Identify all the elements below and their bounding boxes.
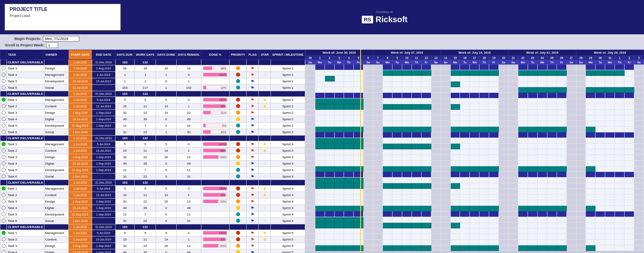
task-row: Task 6 Social 22-Jul-2019 163 117 1 162 … <box>0 85 305 91</box>
workdays-col-header: WORK DAYS <box>135 50 156 60</box>
duration-col-header: DAYS DUR. <box>115 50 135 60</box>
section-header-row: CLIENT DELIVERABLE 1-Jul-2019 31-Dec-201… <box>0 224 305 230</box>
scroll-input[interactable] <box>46 42 58 48</box>
task-row: Task 1 Management 1-Jul-2019 5-Jul-2019 … <box>0 186 305 192</box>
task-row: Task 2 Content 1-Jul-2019 15-Jul-2019 15… <box>0 103 305 110</box>
task-row: Task 4 Digital 15-Jul-2019 1-Sep-2019 49… <box>0 116 305 123</box>
section-header-row: CLIENT DELIVERABLE 1-Jul-2019 31-Dec-201… <box>0 180 305 186</box>
task-row: Task 5 Development 22-Aug-2019 1-Sep-201… <box>0 123 305 129</box>
start-col-header: START DATE <box>68 50 92 60</box>
section-header-row: CLIENT DELIVERABLE 1-Jul-2019 31-Dec-201… <box>0 136 305 141</box>
courtesy-label: Courtesy of: <box>376 10 393 14</box>
task-row: Task 1 Management 1-Jul-2019 5-Jul-2019 … <box>0 97 305 103</box>
task-row: Task 6 Social 1-Dec-2019 31 22 0 31 ⚑ ☆ … <box>0 218 305 224</box>
task-row: Task 4 Digital 15-Jul-2019 1-Sep-2019 49… <box>0 249 305 253</box>
section-header-row: CLIENT DELIVERABLE 1-Jul-2019 31-Dec-201… <box>0 91 305 97</box>
begin-projects-input[interactable] <box>43 36 79 42</box>
brand-name: Ricksoft <box>376 15 408 24</box>
pct-col-header: DONE % <box>201 50 229 60</box>
rs-logo-box: RS <box>362 16 373 23</box>
sprint-col-header: SPRINT / MILESTONE <box>271 50 305 60</box>
begin-projects-label: Begin Projects: <box>5 37 41 41</box>
task-row: Task 3 Design 1-Aug-2019 1-Sep-2019 32 2… <box>0 154 305 161</box>
star-col-header: STAR <box>259 50 271 60</box>
project-title: PROJECT TITLE <box>10 6 116 12</box>
project-lead: Project Lead <box>10 14 116 18</box>
task-row: Task 4 Digital 15-Jul-2019 1-Sep-2019 49… <box>0 205 305 211</box>
app-container: PROJECT TITLE Project Lead Courtesy of: … <box>0 0 644 253</box>
end-col-header: END DATE <box>92 50 115 60</box>
task-row: Task 6 Social 1-Dec-2019 31 22 1 30 30% … <box>0 129 305 136</box>
task-row: Task 3 Design 1-Aug-2019 1-Sep-2019 32 2… <box>0 199 305 205</box>
priority-col-header: PRIORITY <box>229 50 246 60</box>
scroll-label: Scroll to Project Week: <box>5 43 44 47</box>
task-row: Task 1 Management 1-Jul-2019 5-Jul-2019 … <box>0 230 305 236</box>
done-col-header: DAYS DONE <box>156 50 177 60</box>
task-row: Task 4 Management 2-Jul-2019 2-Jul-2019 … <box>0 72 305 78</box>
column-header-row: TASK OWNER START DATE END DATE DAYS DUR.… <box>0 50 305 60</box>
task-row: Task 2 Content 1-Jul-2019 15-Jul-2019 15… <box>0 192 305 199</box>
task-row: Task 5 Development 22-Aug-2019 1-Sep-201… <box>0 167 305 174</box>
remaining-col-header: DAYS REMAIN. <box>177 50 201 60</box>
section-header-row: CLIENT DELIVERABLE 1-Jul-2019 31-Dec-201… <box>0 60 305 65</box>
flag-col-header: FLAG <box>247 50 259 60</box>
task-row: Task 1 Management 1-Jul-2019 5-Jul-2019 … <box>0 141 305 148</box>
task-row: Task 4 Digital 15-Jul-2019 1-Sep-2019 49… <box>0 161 305 167</box>
task-row: Task 3 Design 1-Aug-2019 1-Sep-2019 32 2… <box>0 110 305 116</box>
task-row: Task 2 Content 1-Jul-2019 15-Jul-2019 15… <box>0 236 305 243</box>
task-row: Task 5 Development 22-Aug-2019 1-Sep-201… <box>0 211 305 218</box>
task-row: Task 6 Social 1-Dec-2019 31 22 0 31 ⚑ ☆ … <box>0 174 305 180</box>
status-col-header <box>0 50 7 60</box>
task-row: Task 5 Development 15-Jul-2019 15-Jul-20… <box>0 78 305 85</box>
task-row: Task 2 Content 1-Jul-2019 15-Jul-2019 15… <box>0 148 305 154</box>
task-col-header: TASK <box>7 50 44 60</box>
owner-col-header: OWNER <box>44 50 68 60</box>
task-row: Task 3 Design 1-Aug-2019 1-Sep-2019 32 2… <box>0 243 305 249</box>
task-row: Task 3 Design 7-Jul-2019 1-Aug-2019 26 1… <box>0 65 305 72</box>
